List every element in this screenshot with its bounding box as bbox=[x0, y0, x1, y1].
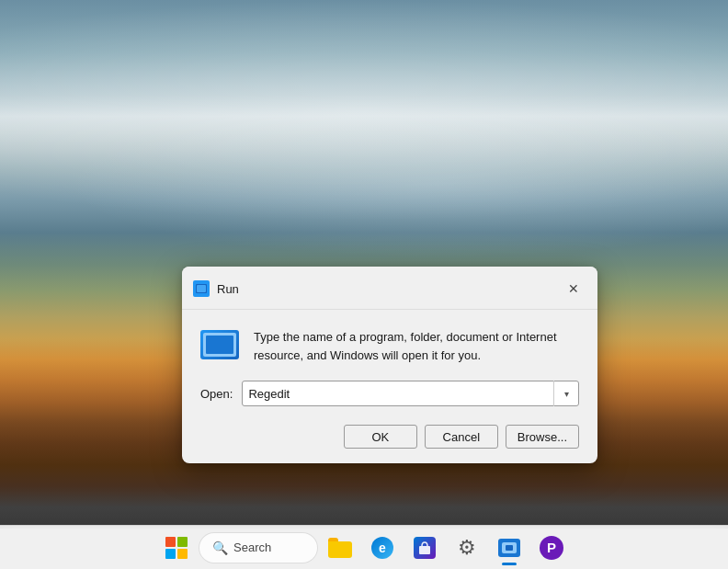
run-title-icon bbox=[193, 280, 210, 297]
run-taskbar-icon bbox=[498, 539, 520, 557]
run-description-row: Type the name of a program, folder, docu… bbox=[200, 328, 579, 364]
win-quad-yellow bbox=[177, 549, 188, 559]
taskbar-item-run[interactable] bbox=[489, 528, 529, 568]
run-open-label: Open: bbox=[200, 387, 233, 401]
run-browse-button[interactable]: Browse... bbox=[506, 425, 579, 449]
run-dialog-title: Run bbox=[217, 282, 239, 296]
taskbar-item-settings[interactable]: ⚙ bbox=[447, 528, 487, 568]
taskbar-item-start[interactable] bbox=[156, 528, 197, 568]
run-buttons-row: OK Cancel Browse... bbox=[200, 425, 579, 449]
folder-icon bbox=[328, 538, 352, 558]
settings-gear-icon: ⚙ bbox=[458, 536, 476, 560]
svg-rect-0 bbox=[419, 546, 430, 554]
run-titlebar: Run ✕ bbox=[182, 267, 597, 310]
search-icon: 🔍 bbox=[212, 541, 228, 555]
win-quad-red bbox=[165, 537, 176, 547]
store-bag-icon bbox=[417, 541, 432, 555]
run-taskbar-icon-inner bbox=[502, 542, 517, 553]
run-taskbar-icon-center bbox=[506, 545, 513, 551]
edge-icon: e bbox=[371, 537, 393, 559]
taskbar-item-edge[interactable]: e bbox=[362, 528, 403, 568]
run-input-field[interactable] bbox=[242, 381, 579, 406]
win-quad-green bbox=[177, 537, 188, 547]
run-cancel-button[interactable]: Cancel bbox=[425, 425, 498, 449]
folder-body bbox=[328, 541, 352, 558]
taskbar: 🔍 Search e ⚙ bbox=[0, 525, 728, 569]
taskbar-item-p-app[interactable]: P bbox=[531, 528, 572, 568]
run-icon-inner bbox=[196, 284, 207, 293]
run-big-icon bbox=[200, 330, 241, 363]
run-open-row: Open: ▾ bbox=[200, 381, 579, 406]
taskbar-search-text: Search bbox=[233, 541, 271, 554]
run-ok-button[interactable]: OK bbox=[344, 425, 417, 449]
run-dialog-body: Type the name of a program, folder, docu… bbox=[182, 310, 597, 463]
run-icon-visual bbox=[200, 330, 239, 359]
windows-logo-icon bbox=[165, 537, 188, 559]
store-icon bbox=[414, 537, 436, 559]
run-title-left: Run bbox=[193, 280, 239, 297]
run-close-button[interactable]: ✕ bbox=[561, 276, 586, 302]
win-quad-blue bbox=[165, 549, 176, 559]
run-dialog: Run ✕ Type the name of a program, folder… bbox=[182, 267, 597, 463]
run-input-container: ▾ bbox=[242, 381, 579, 406]
taskbar-item-store[interactable] bbox=[404, 528, 445, 568]
taskbar-search-bar[interactable]: 🔍 Search bbox=[199, 532, 318, 563]
run-description-text: Type the name of a program, folder, docu… bbox=[254, 328, 579, 364]
p-app-icon: P bbox=[540, 536, 563, 560]
taskbar-item-file-explorer[interactable] bbox=[320, 528, 360, 568]
taskbar-items: 🔍 Search e ⚙ bbox=[156, 528, 572, 568]
run-dropdown-button[interactable]: ▾ bbox=[553, 381, 579, 406]
